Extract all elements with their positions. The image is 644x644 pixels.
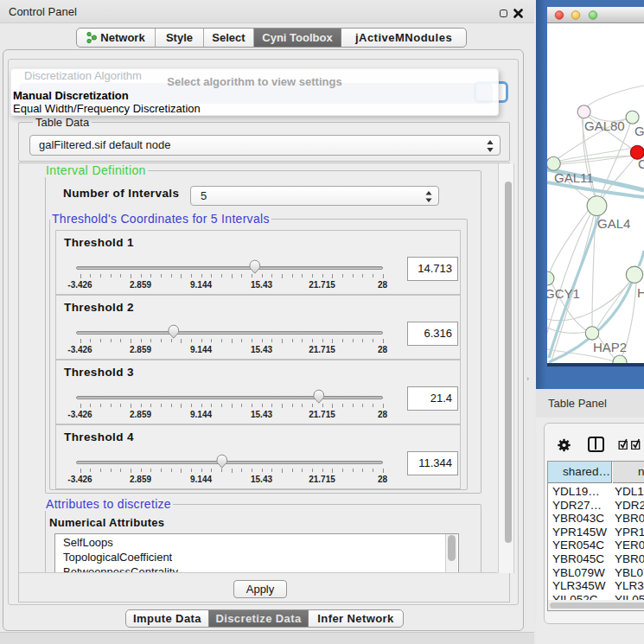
svg-text:GAL80: GAL80 — [584, 118, 625, 133]
svg-text:GCY1: GCY1 — [547, 286, 580, 301]
svg-text:CDC1: CDC1 — [638, 156, 644, 171]
svg-text:GAL1: GAL1 — [634, 124, 644, 138]
svg-text:HAP2: HAP2 — [593, 340, 627, 354]
svg-text:GAL11: GAL11 — [554, 170, 594, 185]
svg-text:GAL4: GAL4 — [597, 216, 630, 231]
svg-text:HIS4: HIS4 — [637, 285, 644, 300]
